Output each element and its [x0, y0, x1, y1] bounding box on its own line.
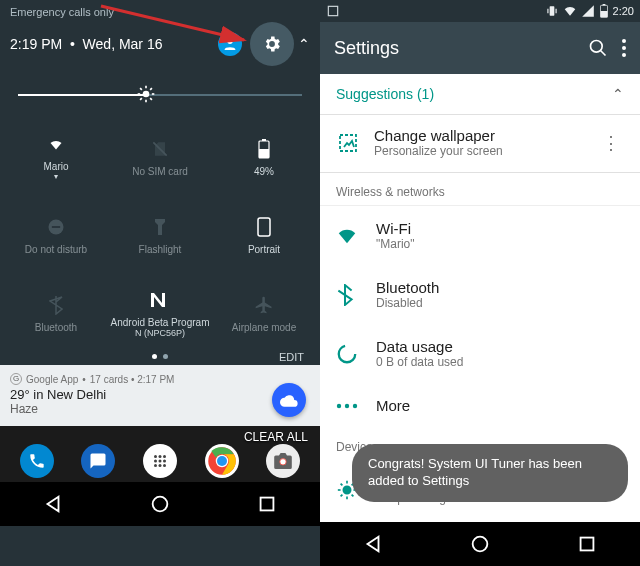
overflow-menu-icon[interactable]	[622, 39, 626, 57]
svg-point-24	[158, 464, 161, 467]
weather-fab[interactable]	[272, 383, 306, 417]
dot-2	[163, 354, 168, 359]
collapse-chevron-icon[interactable]: ⌃	[298, 36, 310, 52]
svg-rect-38	[600, 11, 607, 17]
wallpaper-icon	[336, 131, 374, 155]
svg-point-29	[280, 459, 286, 465]
notif-meta: 17 cards • 2:17 PM	[90, 374, 175, 385]
svg-line-6	[140, 88, 142, 90]
svg-point-43	[622, 53, 626, 57]
home-button[interactable]	[469, 533, 491, 555]
time: 2:19 PM	[10, 36, 62, 52]
dot-1	[152, 354, 157, 359]
svg-line-54	[341, 483, 343, 485]
chrome-app-icon[interactable]	[205, 444, 239, 478]
suggestion-item[interactable]: Change wallpaper Personalize your screen…	[320, 115, 640, 173]
suggestions-label: Suggestions (1)	[336, 86, 612, 102]
svg-point-49	[343, 486, 350, 493]
notification-card[interactable]: G Google App • 17 cards • 2:17 PM 29° in…	[0, 365, 320, 426]
app-bar: Settings	[320, 22, 640, 74]
nav-bar	[320, 522, 640, 566]
svg-point-21	[158, 460, 161, 463]
row-data-usage[interactable]: Data usage0 B of data used	[320, 324, 640, 383]
tile-label: Bluetooth	[35, 322, 77, 333]
tile-dnd[interactable]: Do not disturb	[4, 196, 108, 274]
qs-tiles: Mario ▾ No SIM card 49% Do not disturb F…	[0, 118, 320, 352]
row-title: More	[376, 397, 410, 414]
svg-point-45	[339, 345, 356, 362]
svg-line-55	[352, 494, 354, 496]
time-date: 2:19 PM • Wed, Mar 16	[10, 36, 218, 52]
sim-icon	[149, 138, 171, 160]
page-indicator: EDIT	[0, 352, 320, 365]
svg-point-39	[591, 41, 603, 53]
row-wifi[interactable]: Wi-Fi"Mario"	[320, 206, 640, 265]
nav-bar	[0, 482, 320, 526]
svg-point-28	[217, 456, 227, 466]
wifi-icon	[45, 133, 67, 155]
tile-beta[interactable]: Android Beta Program N (NPC56P)	[108, 274, 212, 352]
suggestions-header[interactable]: Suggestions (1) ⌃	[320, 74, 640, 115]
svg-line-8	[140, 98, 142, 100]
camera-app-icon[interactable]	[266, 444, 300, 478]
settings-button[interactable]	[250, 22, 294, 66]
settings-app: 2:20 Settings Suggestions (1) ⌃ Change w…	[320, 0, 640, 566]
qs-header: 2:19 PM • Wed, Mar 16 ⌃	[0, 18, 320, 76]
edit-button[interactable]: EDIT	[279, 351, 304, 363]
tile-airplane[interactable]: Airplane mode	[212, 274, 316, 352]
svg-point-47	[345, 403, 349, 407]
person-icon	[222, 36, 238, 52]
tile-flashlight[interactable]: Flashlight	[108, 196, 212, 274]
wifi-status-icon	[563, 4, 577, 18]
tile-sim[interactable]: No SIM card	[108, 118, 212, 196]
status-time: 2:20	[613, 5, 634, 17]
messages-app-icon[interactable]	[81, 444, 115, 478]
tile-bluetooth[interactable]: Bluetooth	[4, 274, 108, 352]
recents-button[interactable]	[256, 493, 278, 515]
screenshot-icon	[326, 4, 340, 18]
bluetooth-icon	[336, 284, 376, 306]
phone-app-icon[interactable]	[20, 444, 54, 478]
svg-line-40	[601, 51, 606, 56]
notif-header: G Google App • 17 cards • 2:17 PM	[10, 373, 310, 385]
section-wireless: Wireless & networks	[320, 173, 640, 206]
airplane-icon	[253, 294, 275, 316]
row-title: Wi-Fi	[376, 220, 415, 237]
bluetooth-icon	[45, 294, 67, 316]
portrait-icon	[253, 216, 275, 238]
back-button[interactable]	[362, 533, 384, 555]
svg-point-30	[153, 497, 168, 512]
status-bar: 2:20	[320, 0, 640, 22]
apps-drawer-icon[interactable]	[143, 444, 177, 478]
suggestion-sub: Personalize your screen	[374, 144, 598, 158]
svg-point-48	[353, 403, 357, 407]
notif-title: 29° in New Delhi	[10, 387, 310, 402]
row-more[interactable]: More	[320, 383, 640, 428]
tile-wifi[interactable]: Mario ▾	[4, 118, 108, 196]
home-button[interactable]	[149, 493, 171, 515]
tile-label: Portrait	[248, 244, 280, 255]
back-button[interactable]	[42, 493, 64, 515]
tile-battery[interactable]: 49%	[212, 118, 316, 196]
notif-sub: Haze	[10, 402, 310, 416]
svg-point-41	[622, 39, 626, 43]
tile-rotate[interactable]: Portrait	[212, 196, 316, 274]
recents-button[interactable]	[576, 533, 598, 555]
home-peek: CLEAR ALL	[0, 426, 320, 482]
svg-rect-32	[328, 6, 337, 15]
tile-label: No SIM card	[132, 166, 188, 177]
more-icon	[336, 403, 376, 409]
search-icon[interactable]	[588, 38, 608, 58]
brightness-slider[interactable]	[18, 80, 302, 110]
row-bluetooth[interactable]: BluetoothDisabled	[320, 265, 640, 324]
android-n-icon	[149, 289, 171, 311]
tile-label: Mario	[43, 161, 68, 172]
user-avatar[interactable]	[218, 32, 242, 56]
svg-point-20	[154, 460, 157, 463]
svg-line-9	[150, 88, 152, 90]
battery-icon	[253, 138, 275, 160]
toast: Congrats! System UI Tuner has been added…	[352, 444, 628, 502]
svg-point-1	[142, 91, 149, 98]
notif-app: Google App	[26, 374, 78, 385]
suggestion-more-icon[interactable]: ⋮	[598, 132, 624, 154]
